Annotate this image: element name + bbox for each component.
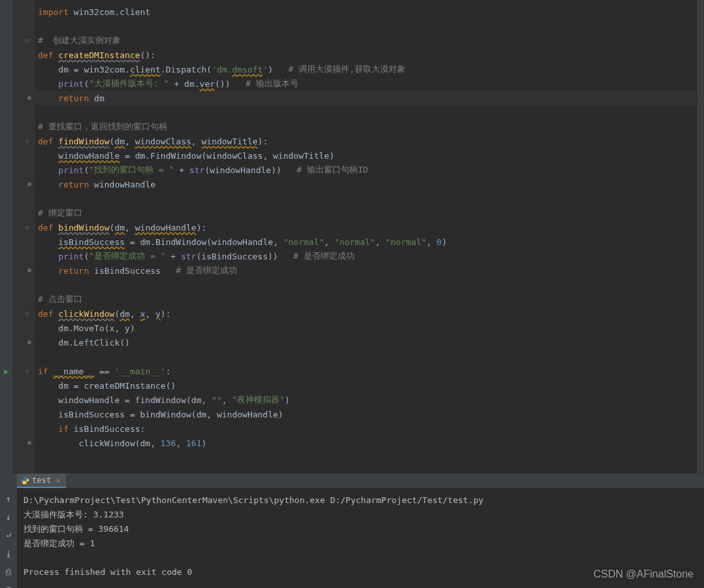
gutter-row bbox=[12, 378, 35, 393]
run-icon[interactable]: ▶ bbox=[4, 367, 8, 376]
gutter-row: ⊟ bbox=[12, 220, 35, 235]
code-area[interactable]: import win32com.client# 创建大漠实例对象def crea… bbox=[35, 0, 696, 473]
run-gutter-row bbox=[0, 5, 12, 19]
run-gutter-row bbox=[0, 378, 12, 393]
gutter-row bbox=[12, 393, 35, 407]
code-line[interactable] bbox=[35, 105, 696, 120]
soft-wrap-icon[interactable]: ⤶ bbox=[2, 529, 15, 542]
code-line[interactable]: def createDMInstance(): bbox=[35, 48, 696, 62]
gutter-row bbox=[12, 350, 35, 364]
gutter-row bbox=[12, 292, 35, 306]
fold-icon[interactable]: ⊟ bbox=[25, 225, 31, 231]
gutter-row: ⊟ bbox=[12, 364, 35, 378]
code-line[interactable]: if isBindSuccess: bbox=[35, 421, 696, 436]
code-line[interactable]: def clickWindow(dm, x, y): bbox=[35, 306, 696, 321]
run-gutter-row bbox=[0, 148, 12, 163]
code-line[interactable]: print("大漠插件版本号: " + dm.ver()) # 输出版本号 bbox=[35, 76, 696, 91]
run-gutter-row bbox=[0, 263, 12, 278]
gutter-row bbox=[12, 48, 35, 62]
code-line[interactable] bbox=[35, 278, 696, 292]
gutter-row bbox=[12, 263, 35, 278]
gutter-row: ⊟ bbox=[12, 306, 35, 321]
gutter-row bbox=[12, 62, 35, 76]
code-line[interactable] bbox=[35, 19, 696, 33]
code-line[interactable]: dm.LeftClick() bbox=[35, 335, 696, 350]
code-line[interactable]: windowHandle = findWindow(dm, "", "夜神模拟器… bbox=[35, 393, 696, 407]
gutter-row bbox=[12, 278, 35, 292]
code-line[interactable]: print("找到的窗口句柄 = " + str(windowHandle)) … bbox=[35, 163, 696, 177]
code-line[interactable]: # 查找窗口，返回找到的窗口句柄 bbox=[35, 120, 696, 134]
editor-scrollbar[interactable] bbox=[696, 0, 704, 473]
editor-gutter: ⊟⊟⊟⊟⊟ bbox=[12, 0, 35, 473]
code-line[interactable]: # 点击窗口 bbox=[35, 292, 696, 306]
method-separator-icon bbox=[27, 182, 31, 186]
run-gutter-row bbox=[0, 120, 12, 134]
run-gutter-row bbox=[0, 134, 12, 148]
arrow-down-icon[interactable]: ↓ bbox=[2, 510, 15, 523]
code-line[interactable]: dm = createDMInstance() bbox=[35, 378, 696, 393]
close-icon[interactable]: ✕ bbox=[56, 476, 61, 485]
run-gutter-row bbox=[0, 191, 12, 206]
print-icon[interactable]: ⎙ bbox=[2, 565, 15, 578]
arrow-up-icon[interactable]: ↑ bbox=[2, 492, 15, 505]
run-gutter-row bbox=[0, 450, 12, 465]
code-line[interactable]: # 创建大漠实例对象 bbox=[35, 33, 696, 48]
code-line[interactable]: return windowHandle bbox=[35, 177, 696, 191]
gutter-row bbox=[12, 191, 35, 206]
console-tab-bar: test ✕ bbox=[0, 474, 704, 488]
code-line[interactable]: def findWindow(dm, windowClass, windowTi… bbox=[35, 134, 696, 148]
code-line[interactable]: print("是否绑定成功 = " + str(isBindSuccess)) … bbox=[35, 249, 696, 263]
run-gutter-row bbox=[0, 235, 12, 249]
python-icon bbox=[21, 476, 29, 485]
gutter-row: ⊟ bbox=[12, 134, 35, 148]
method-separator-icon bbox=[27, 441, 31, 445]
console-toolbar: ↑↓⤶⭳⎙🗑 bbox=[0, 488, 17, 588]
code-line[interactable] bbox=[35, 191, 696, 206]
run-gutter-row bbox=[0, 206, 12, 220]
gutter-row bbox=[12, 120, 35, 134]
code-line[interactable]: dm = win32com.client.Dispatch('dm.dmsoft… bbox=[35, 62, 696, 76]
code-line[interactable]: # 绑定窗口 bbox=[35, 206, 696, 220]
method-separator-icon bbox=[27, 269, 31, 272]
run-gutter-row bbox=[0, 249, 12, 263]
code-line[interactable]: isBindSuccess = bindWindow(dm, windowHan… bbox=[35, 407, 696, 421]
code-editor: ▶ ⊟⊟⊟⊟⊟ import win32com.client# 创建大漠实例对象… bbox=[0, 0, 704, 474]
gutter-row: ⊟ bbox=[12, 33, 35, 48]
gutter-row bbox=[12, 206, 35, 220]
fold-icon[interactable]: ⊟ bbox=[25, 139, 31, 144]
gutter-row bbox=[12, 91, 35, 105]
run-gutter-row bbox=[0, 436, 12, 450]
gutter-row bbox=[12, 450, 35, 465]
gutter-row bbox=[12, 335, 35, 350]
code-line[interactable] bbox=[35, 350, 696, 364]
run-gutter-row bbox=[0, 62, 12, 76]
code-line[interactable]: clickWindow(dm, 136, 161) bbox=[35, 436, 696, 450]
run-gutter-row bbox=[0, 76, 12, 91]
fold-icon[interactable]: ⊟ bbox=[25, 311, 31, 317]
scroll-to-end-icon[interactable]: ⭳ bbox=[2, 547, 15, 560]
fold-icon[interactable]: ⊟ bbox=[25, 368, 31, 374]
code-line[interactable] bbox=[35, 450, 696, 465]
run-gutter-row bbox=[0, 335, 12, 350]
fold-icon[interactable]: ⊟ bbox=[25, 38, 31, 44]
run-gutter-row bbox=[0, 292, 12, 306]
gutter-row bbox=[12, 421, 35, 436]
code-line[interactable]: isBindSuccess = dm.BindWindow(windowHand… bbox=[35, 235, 696, 249]
code-line[interactable]: dm.MoveTo(x, y) bbox=[35, 321, 696, 335]
console-tab-test[interactable]: test ✕ bbox=[17, 474, 66, 488]
gutter-row bbox=[12, 436, 35, 450]
code-line[interactable]: windowHandle = dm.FindWindow(windowClass… bbox=[35, 148, 696, 163]
code-line[interactable]: if __name__ == '__main__': bbox=[35, 364, 696, 378]
trash-icon[interactable]: 🗑 bbox=[2, 583, 15, 588]
gutter-row bbox=[12, 407, 35, 421]
code-line[interactable]: import win32com.client bbox=[35, 5, 696, 19]
gutter-row bbox=[12, 19, 35, 33]
code-line[interactable]: def bindWindow(dm, windowHandle): bbox=[35, 220, 696, 235]
gutter-row bbox=[12, 321, 35, 335]
run-gutter-row bbox=[0, 105, 12, 120]
run-gutter-row bbox=[0, 48, 12, 62]
code-line[interactable]: return isBindSuccess # 是否绑定成功 bbox=[35, 263, 696, 278]
gutter-row bbox=[12, 163, 35, 177]
code-line[interactable]: return dm bbox=[35, 91, 696, 105]
run-gutter-row bbox=[0, 393, 12, 407]
